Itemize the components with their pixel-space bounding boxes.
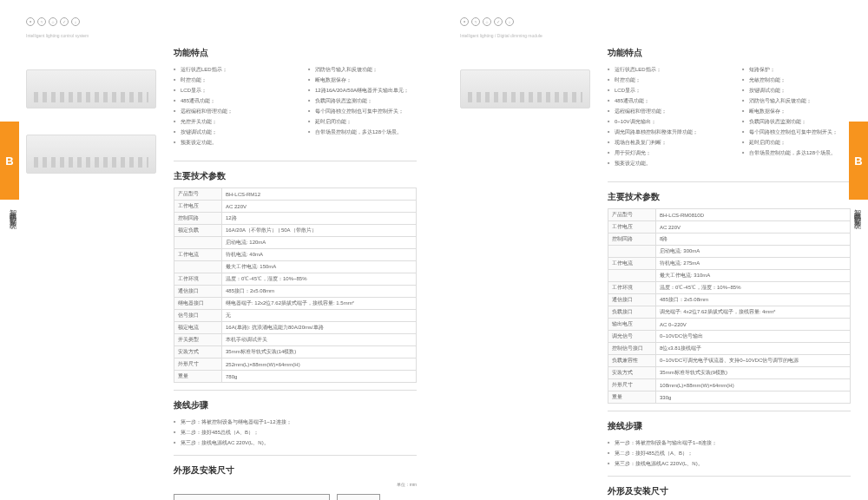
divider [174,161,417,161]
list-item: 光敏控制功能； [742,75,851,85]
page-right: ⚬ ≈ ⌂ ✓ ↓ Intelligent lighting / Digital… [434,0,868,500]
table-row: 工作电压AC 220V [608,221,851,234]
side-label: 智能照明控制系统 [852,204,861,218]
table-row: 通信接口485接口：2x5.08mm [608,294,851,306]
content: 功能特点 运行状态LED指示；时控功能；LCD显示；485通讯功能；远程编程和管… [174,47,417,500]
spec-table: 产品型号BH-LCS-RM0810D工作电压AC 220V控制回路8路启动电流:… [608,208,851,404]
table-cell: 产品型号 [174,188,222,201]
table-cell [608,270,656,282]
subtitle: Intelligent lighting / Digital dimming m… [460,33,842,38]
table-row: 工作环境温度：0℃-45℃，湿度：10%~85% [608,282,851,294]
list-item: 第二步：接好485总线（A、B）； [608,448,851,458]
table-cell [174,261,222,273]
icon-4: ✓ [60,17,69,26]
list-item: 每个回路独立控制也可集中控制开关； [308,106,417,116]
list-item: 按键调试功能； [174,127,282,137]
table-row: 控制信号接口8位x3.81接线端子 [608,343,851,355]
table-cell: 继电器端子: 12x2位7.62插拔式端子，接线容量: 1.5mm² [222,298,417,310]
table-cell: 待机电流: 40mA [222,249,417,261]
table-row: 安装方式35mm标准导轨式安装(9模数) [608,367,851,379]
features-title: 功能特点 [608,47,851,59]
table-cell: 485接口：2x5.08mm [656,294,851,306]
list-item: LCD显示； [608,85,716,95]
table-cell: 额定电流 [174,322,222,334]
wiring-title: 接线步骤 [608,420,851,432]
table-cell: 重量 [174,371,222,383]
feature-col-1: 运行状态LED指示；时控功能；LCD显示；485通讯功能；远程编程和管理功能；光… [174,64,282,148]
list-item: 远程编程和管理功能； [174,106,282,116]
table-row: 启动电流: 120mA [174,237,417,249]
content: 功能特点 运行状态LED指示；时控功能；LCD显示；485通讯功能；远程编程和管… [608,47,851,500]
list-item: 消防信号输入和反馈功能； [742,95,851,106]
side-tab: B [0,122,19,200]
divider [174,390,417,391]
spec-table: 产品型号BH-LCS-RM12工作电压AC 220V控制回路12路额定负载16A… [174,188,417,383]
features-title: 功能特点 [174,47,417,59]
list-item: 负载回路状态监测功能； [742,116,851,127]
list-item: 自带场景控制功能，多达128个场景。 [308,127,417,137]
list-item: 运行状态LED指示； [608,64,716,75]
table-row: 调光信号0~10VDC信号输出 [608,331,851,343]
side-tab: B [849,122,868,200]
wiring-steps: 第一步：将被控制设备与继电器端子1~12连接；第二步：接好485总线（A、B）；… [174,417,417,448]
diagram-side: 64 [337,494,380,500]
icons-row: ⚬ ≈ ⌂ ✓ ↓ [460,17,842,26]
product-images [460,69,599,135]
table-cell: 780g [222,371,417,383]
table-cell: 输出电压 [608,319,656,331]
table-row: 工作电流待机电流: 40mA [174,249,417,261]
list-item: 0~10V调光输出； [608,116,716,127]
table-cell: 工作电压 [174,201,222,213]
table-cell: 负载接口 [608,306,656,319]
icon-1: ⚬ [26,17,35,26]
table-row: 启动电流: 300mA [608,246,851,258]
table-row: 最大工作电流: 150mA [174,261,417,273]
table-cell: 安装方式 [608,367,656,379]
table-row: 控制回路12路 [174,213,417,225]
specs-title: 主要技术参数 [174,170,417,182]
table-cell: 开关类型 [174,334,222,346]
table-cell: 工作电流 [608,258,656,270]
table-cell: 8位x3.81接线端子 [656,343,851,355]
table-cell: 最大工作电流: 150mA [222,261,417,273]
divider [174,455,417,456]
table-cell: 无 [222,310,417,322]
dim-title: 外形及安装尺寸 [608,485,851,497]
list-item: 12路16A/20A/50A继电器开关输出单元； [308,85,417,95]
divider [608,411,851,411]
list-item: 485通讯功能； [608,95,716,106]
list-item: 第一步：将被控制设备与继电器端子1~12连接； [174,417,417,427]
table-row: 工作电压AC 220V [174,201,417,213]
list-item: 调光回路单独控制和整体升降功能； [608,127,716,137]
list-item: 485通讯功能； [174,95,282,106]
list-item: 第一步：将被控制设备与输出端子1~8连接； [608,438,851,448]
table-cell: 工作环境 [174,273,222,286]
table-row: 负载兼容性0~10VDC可调光电子镇流器、支持0~10VDC信号调节的电源 [608,355,851,367]
table-cell: 最大工作电流: 310mA [656,270,851,282]
list-item: 现场自检及复门判断； [608,137,716,148]
table-row: 外形尺寸108mm(L)×88mm(W)×64mm(H) [608,379,851,391]
table-cell: 控制回路 [174,213,222,225]
table-cell: 通信接口 [608,294,656,306]
table-cell: 额定负载 [174,225,222,237]
icon-1: ⚬ [460,17,469,26]
table-cell: 工作电压 [608,221,656,234]
table-row: 额定电流16A(单路): 抗浪涌电流能力80A/20ms/单路 [174,322,417,334]
product-image-2 [26,135,156,174]
list-item: 运行状态LED指示； [174,64,282,75]
table-cell: 调光端子: 4x2位7.62插拔式端子，接线容量: 4mm² [656,306,851,319]
list-item: 断电数据保存； [742,106,851,116]
icon-5: ↓ [71,17,80,26]
icon-2: ≈ [37,17,46,26]
table-cell: 重量 [608,391,656,404]
side-label: 智能照明控制系统 [7,204,16,218]
feature-col-2: 短路保护；光敏控制功能；按键调试功能；消防信号输入和反馈功能；断电数据保存；负载… [742,64,851,168]
table-row: 继电器接口继电器端子: 12x2位7.62插拔式端子，接线容量: 1.5mm² [174,298,417,310]
table-cell: 252mm(L)×88mm(W)×64mm(H) [222,359,417,371]
table-cell: 外形尺寸 [608,379,656,391]
table-cell: AC 220V [222,201,417,213]
list-item: 消防信号输入和反馈功能； [308,64,417,75]
list-item: 按键调试功能； [742,85,851,95]
diagram: 252 88 64 [174,494,417,500]
table-cell: 安装方式 [174,346,222,359]
